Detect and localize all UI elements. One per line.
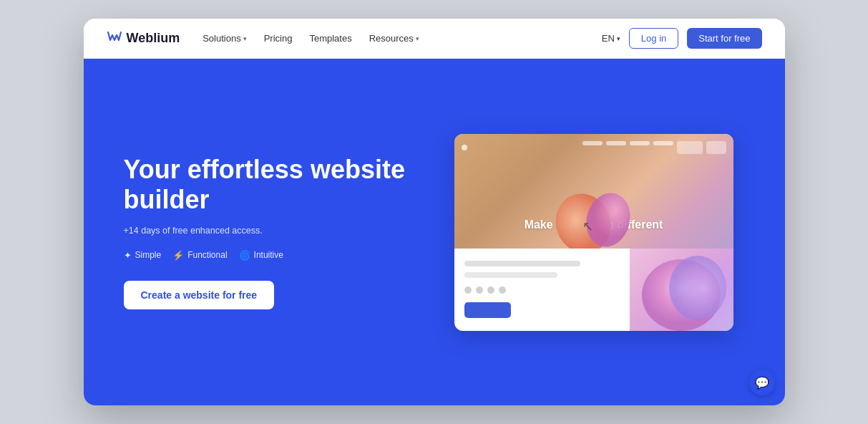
preview-top: Make something different: [454, 134, 733, 249]
nav-links: Solutions ▾ Pricing Templates Resources …: [203, 33, 602, 44]
top-pill: [630, 141, 650, 145]
feature-intuitive: 🌀 Intuitive: [239, 250, 283, 261]
logo-text: Weblium: [127, 31, 180, 46]
top-pill-btn: [706, 141, 726, 154]
hero-subtitle: +14 days of free enhanced access.: [124, 226, 409, 236]
nav-pricing[interactable]: Pricing: [264, 33, 293, 44]
top-pill: [606, 141, 626, 145]
chevron-down-icon: ▾: [243, 35, 247, 42]
hero-features: ✦ Simple ⚡ Functional 🌀 Intuitive: [124, 250, 409, 261]
chat-bubble-button[interactable]: 💬: [749, 370, 775, 395]
browser-frame: Weblium Solutions ▾ Pricing Templates Re…: [84, 19, 785, 405]
cursor-icon: ↖: [582, 218, 593, 234]
language-selector[interactable]: EN ▾: [602, 33, 620, 44]
start-free-button[interactable]: Start for free: [687, 28, 761, 49]
hero-title: Your effortless website builder: [124, 155, 409, 214]
preview-card: Make something different: [454, 134, 733, 331]
feature-simple: ✦ Simple: [124, 250, 162, 261]
top-pill: [653, 141, 673, 145]
nav-templates[interactable]: Templates: [309, 33, 351, 44]
preview-dot: [499, 286, 506, 294]
preview-top-bar: [462, 141, 726, 154]
nav-right: EN ▾ Log in Start for free: [602, 28, 762, 49]
top-pill: [582, 141, 603, 145]
top-dot: [462, 145, 467, 150]
chat-icon: 💬: [755, 376, 769, 390]
logo-icon: [107, 31, 122, 46]
svg-point-3: [669, 256, 726, 320]
preview-line: [464, 261, 581, 266]
preview-dot: [487, 286, 494, 294]
preview-dots: [464, 286, 620, 294]
hero-section: Your effortless website builder +14 days…: [84, 59, 785, 405]
top-pill-btn: [677, 141, 703, 154]
logo-area[interactable]: Weblium: [107, 31, 180, 46]
nav-resources[interactable]: Resources ▾: [369, 33, 419, 44]
chevron-down-icon: ▾: [416, 35, 419, 42]
preview-dot: [464, 286, 472, 294]
chevron-down-icon: ▾: [617, 35, 620, 42]
nav-solutions[interactable]: Solutions ▾: [203, 33, 246, 44]
feature-functional: ⚡ Functional: [172, 250, 227, 261]
functional-icon: ⚡: [172, 250, 184, 261]
login-button[interactable]: Log in: [629, 28, 678, 49]
top-pills: [582, 141, 726, 154]
simple-icon: ✦: [124, 250, 132, 261]
intuitive-icon: 🌀: [239, 250, 250, 261]
cta-button[interactable]: Create a website for free: [124, 281, 275, 309]
preview-cta-btn: [464, 302, 511, 318]
preview-dot: [476, 286, 483, 294]
abstract-shape: [551, 184, 637, 249]
preview-bottom: [454, 249, 733, 331]
preview-bottom-left: [454, 249, 630, 331]
preview-line-short: [464, 272, 557, 278]
hero-right: Make something different: [437, 87, 751, 377]
pink-shape: [630, 249, 733, 331]
navbar: Weblium Solutions ▾ Pricing Templates Re…: [84, 19, 785, 59]
preview-bottom-right: [630, 249, 733, 331]
hero-left: Your effortless website builder +14 days…: [124, 87, 437, 377]
